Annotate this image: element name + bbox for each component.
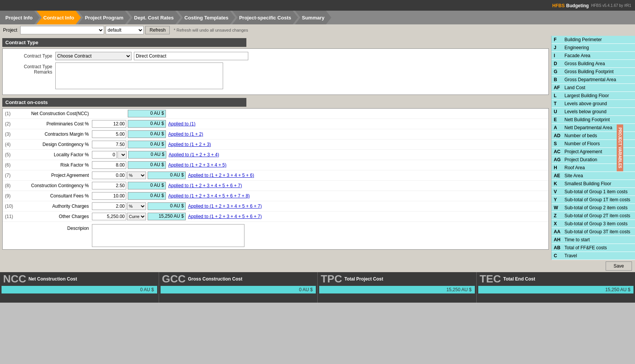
contract-type-label: Contract Type: [6, 52, 55, 59]
sidebar-item-ae[interactable]: AE Site Area: [551, 172, 635, 180]
sidebar-item-g[interactable]: G Gross Building Footprint: [551, 68, 635, 76]
oncost-applied-4[interactable]: Applied to (1 + 2 + 3 + 4): [169, 152, 219, 157]
oncost-applied-2[interactable]: Applied to (1 + 2): [168, 131, 203, 137]
oncost-applied-3[interactable]: Applied to (1 + 2 + 3): [168, 142, 211, 147]
oncost-applied-1[interactable]: Applied to (1): [168, 121, 195, 127]
sidebar-label-16: Roof Area: [564, 165, 585, 170]
sidebar-item-ah[interactable]: AH Time to start: [551, 236, 635, 244]
sidebar-label-4: Gross Building Footprint: [564, 69, 614, 74]
sidebar-label-10: Nett Building Footprint: [564, 117, 610, 122]
description-row: Descripion: [3, 222, 548, 249]
sidebar-code-26: AB: [554, 245, 563, 250]
sidebar-item-t[interactable]: T Levels above ground: [551, 100, 635, 108]
nav-tab-project-program[interactable]: Project Program: [78, 11, 130, 24]
oncost-input1-5[interactable]: [92, 161, 126, 169]
description-textarea[interactable]: [92, 224, 244, 247]
oncost-applied-7[interactable]: Applied to (1 + 2 + 3 + 4 + 5 + 6 + 7): [168, 183, 242, 188]
sidebar-label-11: Nett Departmental Area: [564, 125, 612, 130]
description-label: Descripion: [5, 224, 92, 231]
sidebar-item-c[interactable]: C Travel: [551, 252, 635, 260]
oncost-applied-10[interactable]: Applied to (1 + 2 + 3 + 4 + 5 + 6 + 7): [188, 214, 262, 219]
sidebar-code-8: T: [554, 101, 563, 106]
toolbar: Project default Refresh * Refresh will u…: [0, 24, 635, 36]
sidebar-label-9: Levels below ground: [564, 109, 606, 114]
oncost-input1-9[interactable]: [92, 202, 126, 210]
oncost-input1-8[interactable]: [92, 192, 126, 200]
sidebar-label-7: Largest Building Floor: [564, 93, 609, 98]
oncost-row-4: (5) Locality Factor % 0 AU $Applied to (…: [3, 150, 548, 160]
nav-tab-contract-info[interactable]: Contract Info: [37, 11, 81, 24]
oncost-input1-4[interactable]: [92, 151, 117, 159]
sidebar-code-0: F: [554, 37, 563, 42]
sidebar-item-z[interactable]: Z Sub-total of Group 2T item costs: [551, 212, 635, 220]
oncost-select1-4[interactable]: [117, 151, 127, 159]
sidebar-label-0: Building Perimeter: [564, 37, 602, 42]
sidebar-item-f[interactable]: F Building Perimeter: [551, 36, 635, 44]
sidebar-item-b[interactable]: B Gross Departmental Area: [551, 76, 635, 84]
oncost-input1-1[interactable]: [92, 120, 126, 128]
sidebar-item-ab[interactable]: AB Total of FF&FE costs: [551, 244, 635, 252]
version-select[interactable]: default: [106, 26, 144, 34]
contract-type-block: Contract Type Contract Type Choose Contr…: [2, 38, 549, 95]
oncost-input1-3[interactable]: [92, 141, 126, 148]
contract-type-header: Contract Type: [2, 38, 246, 47]
nav-tab-dept-cost-rates[interactable]: Dept. Cost Rates: [127, 11, 181, 24]
sidebar-code-22: Z: [554, 213, 563, 218]
contract-type-row: Contract Type Choose Contract: [6, 52, 545, 60]
oncost-input1-7[interactable]: [92, 182, 126, 189]
contract-type-select[interactable]: Choose Contract: [55, 52, 132, 60]
brand-product: Budgeting: [566, 3, 589, 8]
sidebar-item-l[interactable]: L Largest Building Floor: [551, 92, 635, 100]
oncost-select2-10[interactable]: Currency: [127, 213, 146, 220]
oncost-num-3: (4): [5, 142, 16, 147]
sidebar-label-12: Number of beds: [564, 133, 597, 138]
sidebar-item-u[interactable]: U Levels below ground: [551, 108, 635, 116]
oncost-num-0: (1): [5, 111, 16, 116]
oncost-input1-6[interactable]: [92, 172, 126, 179]
sidebar-code-14: AC: [554, 149, 563, 154]
oncosts-block: Contract on-costs (1) Net Construction C…: [2, 98, 549, 250]
nav-tab-project-info[interactable]: Project Info: [0, 11, 40, 24]
nav-tab-summary[interactable]: Summary: [295, 11, 331, 24]
oncost-applied-6[interactable]: Applied to (1 + 2 + 3 + 4 + 5 + 6): [188, 173, 254, 178]
sidebar-item-i[interactable]: I Facade Area: [551, 52, 635, 60]
bottom-title-1: Gross Construction Cost: [188, 276, 243, 282]
sidebar-item-y[interactable]: Y Sub-total of Group 1T item costs: [551, 196, 635, 204]
oncost-input1-10[interactable]: [92, 213, 126, 220]
nav-tab-project-specific-costs[interactable]: Project-specific Costs: [232, 11, 298, 24]
oncost-select2-6[interactable]: %: [127, 172, 146, 179]
sidebar-item-x[interactable]: X Sub-total of Group 3 item costs: [551, 220, 635, 228]
save-area: Save: [0, 260, 635, 272]
oncost-row-9: (10) Authority Charges % 0 AU $Applied t…: [3, 201, 548, 212]
sidebar-label-13: Number of Floors: [564, 141, 600, 146]
sidebar-label-1: Engineering: [564, 45, 589, 50]
oncost-input1-2[interactable]: [92, 130, 126, 138]
sidebar-item-v[interactable]: V Sub-total of Group 1 item costs: [551, 188, 635, 196]
oncost-label-1: Preliminaries Cost %: [16, 121, 92, 127]
sidebar-item-af[interactable]: AF Land Cost: [551, 84, 635, 92]
sidebar-item-w[interactable]: W Sub-total of Group 2 item costs: [551, 204, 635, 212]
sidebar-item-aa[interactable]: AA Sub-total of Group 3T item costs: [551, 228, 635, 236]
sidebar-item-d[interactable]: D Gross Building Area: [551, 60, 635, 68]
sidebar-item-e[interactable]: E Nett Building Footprint: [551, 116, 635, 124]
nav-tab-costing-templates[interactable]: Costing Templates: [178, 11, 235, 24]
sidebar-code-18: K: [554, 181, 563, 186]
remarks-textarea[interactable]: [55, 63, 223, 89]
project-select[interactable]: [20, 26, 104, 34]
sidebar-code-20: Y: [554, 197, 563, 202]
oncost-label-8: Consultant Fees %: [16, 193, 92, 199]
sidebar-item-k[interactable]: K Smallest Building Floor: [551, 180, 635, 188]
refresh-button[interactable]: Refresh: [145, 26, 170, 34]
save-button[interactable]: Save: [606, 261, 632, 271]
sidebar-code-12: AD: [554, 133, 563, 138]
sidebar-tab[interactable]: PROJECT VARIABLES: [617, 124, 623, 171]
oncost-applied-5[interactable]: Applied to (1 + 2 + 3 + 4 + 5): [168, 162, 227, 168]
oncost-value-9: 0 AU $: [148, 202, 186, 210]
oncost-applied-8[interactable]: Applied to (1 + 2 + 3 + 4 + 5 + 6 + 7 + …: [168, 193, 250, 199]
sidebar-code-25: AH: [554, 237, 563, 242]
oncost-applied-9[interactable]: Applied to (1 + 2 + 3 + 4 + 5 + 6 + 7): [188, 204, 262, 209]
direct-contract-input[interactable]: [134, 52, 248, 60]
oncost-select2-9[interactable]: %: [127, 202, 146, 210]
bottom-section-gcc: GCC Gross Construction Cost 0 AU $: [159, 272, 318, 303]
sidebar-item-j[interactable]: J Engineering: [551, 44, 635, 52]
